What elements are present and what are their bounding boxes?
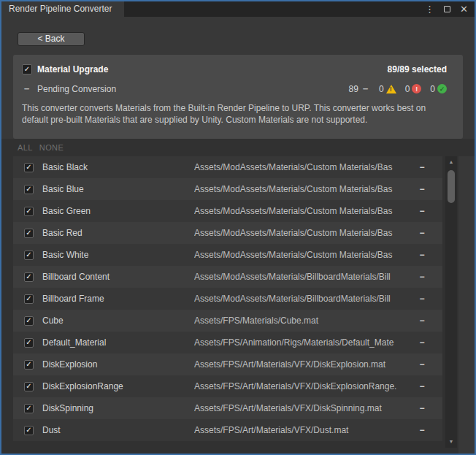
back-button[interactable]: < Back <box>18 32 85 46</box>
kebab-menu-icon[interactable]: ⋮ <box>425 4 434 14</box>
item-checkbox[interactable]: ✓ <box>24 316 34 326</box>
item-name: Basic Blue <box>42 184 194 194</box>
item-status-dash-icon: − <box>418 294 426 304</box>
select-none-button[interactable]: NONE <box>39 143 64 152</box>
list-item[interactable]: ✓ Cube Assets/FPS/Materials/Cube.mat − <box>13 310 442 332</box>
item-checkbox[interactable]: ✓ <box>24 382 34 391</box>
item-name: DiskSpinning <box>42 403 194 413</box>
item-name: Basic Black <box>42 162 194 172</box>
success-icon: ✓ <box>437 84 447 93</box>
item-checkbox[interactable]: ✓ <box>24 185 34 194</box>
item-checkbox[interactable]: ✓ <box>24 294 34 304</box>
item-name: Basic White <box>42 250 194 260</box>
item-status-dash-icon: − <box>418 381 426 391</box>
item-status-dash-icon: − <box>418 228 426 238</box>
item-path: Assets/FPS/Art/Materials/VFX/DiskExplosi… <box>194 359 418 370</box>
close-icon[interactable]: ✕ <box>460 4 468 14</box>
item-status-dash-icon: − <box>418 162 426 172</box>
window-title: Render Pipeline Converter <box>9 4 112 14</box>
render-pipeline-converter-window: Render Pipeline Converter ⋮ ✕ < Back ✓ M… <box>0 0 476 455</box>
item-status-dash-icon: − <box>418 272 426 282</box>
item-checkbox[interactable]: ✓ <box>24 229 34 238</box>
item-checkbox[interactable]: ✓ <box>24 426 34 435</box>
pending-count: 89 <box>349 84 358 94</box>
error-count: 0 <box>405 84 410 94</box>
item-name: Cube <box>42 316 194 326</box>
item-path: Assets/FPS/Art/Materials/VFX/DiskSpinnin… <box>194 403 418 413</box>
list-item[interactable]: ✓ Basic Red Assets/ModAssets/Materials/C… <box>13 222 442 244</box>
item-status-dash-icon: − <box>418 206 426 216</box>
item-path: Assets/ModAssets/Materials/Custom Materi… <box>194 184 418 194</box>
item-checkbox[interactable]: ✓ <box>24 272 34 282</box>
selected-count: 89/89 selected <box>388 64 447 74</box>
list-item[interactable]: ✓ Basic Green Assets/ModAssets/Materials… <box>13 200 442 222</box>
toolbar: < Back <box>1 17 475 55</box>
item-path: Assets/ModAssets/Materials/Custom Materi… <box>194 206 418 216</box>
item-path: Assets/ModAssets/Materials/Custom Materi… <box>194 162 418 172</box>
select-bar: ALL NONE <box>1 139 475 156</box>
item-name: DiskExplosionRange <box>42 381 194 391</box>
pending-conversion-row: − Pending Conversion 89 − 0 0 ! 0 ✓ <box>22 83 447 94</box>
pending-minus-icon: − <box>22 83 31 94</box>
conversion-list: ✓ Basic Black Assets/ModAssets/Materials… <box>13 156 442 441</box>
tab-render-pipeline-converter[interactable]: Render Pipeline Converter <box>1 1 124 17</box>
list-area: ✓ Basic Black Assets/ModAssets/Materials… <box>1 156 475 454</box>
item-status-dash-icon: − <box>418 359 426 370</box>
list-item[interactable]: ✓ DiskExplosionRange Assets/FPS/Art/Mate… <box>13 375 442 397</box>
item-path: Assets/ModAssets/Materials/Custom Materi… <box>194 250 418 260</box>
pending-state-minus-icon: − <box>361 83 370 94</box>
converter-checkbox[interactable]: ✓ <box>22 64 32 74</box>
item-name: DiskExplosion <box>42 359 194 370</box>
converter-title: Material Upgrade <box>37 64 108 74</box>
item-checkbox[interactable]: ✓ <box>24 338 34 348</box>
item-status-dash-icon: − <box>418 425 426 435</box>
pending-label: Pending Conversion <box>37 84 116 94</box>
list-item[interactable]: ✓ Billboard Content Assets/ModAssets/Mat… <box>13 266 442 288</box>
item-path: Assets/FPS/Art/Materials/VFX/Dust.mat <box>194 425 418 435</box>
item-name: Default_Material <box>42 337 194 348</box>
item-name: Basic Green <box>42 206 194 216</box>
list-item[interactable]: ✓ DiskSpinning Assets/FPS/Art/Materials/… <box>13 397 442 419</box>
item-status-dash-icon: − <box>418 184 426 194</box>
window-controls: ⋮ ✕ <box>425 1 468 17</box>
item-checkbox[interactable]: ✓ <box>24 251 34 260</box>
item-checkbox[interactable]: ✓ <box>24 207 34 216</box>
item-name: Basic Red <box>42 228 194 238</box>
list-item[interactable]: ✓ Dust Assets/FPS/Art/Materials/VFX/Dust… <box>13 419 442 441</box>
success-count: 0 <box>430 84 435 94</box>
status-counts: 89 − 0 0 ! 0 ✓ <box>349 83 447 94</box>
item-path: Assets/ModAssets/Materials/BillboardMate… <box>194 294 418 304</box>
item-status-dash-icon: − <box>418 337 426 348</box>
item-name: Dust <box>42 425 194 435</box>
scrollbar[interactable]: ▲ ▼ <box>445 156 457 448</box>
item-status-dash-icon: − <box>418 316 426 326</box>
item-name: Billboard Frame <box>42 294 194 304</box>
warning-count: 0 <box>379 84 384 94</box>
converter-header: ✓ Material Upgrade 89/89 selected <box>22 64 447 74</box>
item-checkbox[interactable]: ✓ <box>24 360 34 370</box>
item-path: Assets/ModAssets/Materials/BillboardMate… <box>194 272 418 282</box>
item-path: Assets/FPS/Materials/Cube.mat <box>194 316 418 326</box>
list-item[interactable]: ✓ Basic Blue Assets/ModAssets/Materials/… <box>13 178 442 200</box>
scroll-up-icon[interactable]: ▲ <box>445 158 457 166</box>
item-status-dash-icon: − <box>418 403 426 413</box>
select-all-button[interactable]: ALL <box>18 143 33 152</box>
converter-description: This converter converts Materials from t… <box>22 102 447 126</box>
item-path: Assets/FPS/Animation/Rigs/Materials/Defa… <box>194 337 418 348</box>
list-item[interactable]: ✓ Billboard Frame Assets/ModAssets/Mater… <box>13 288 442 310</box>
list-item[interactable]: ✓ Basic Black Assets/ModAssets/Materials… <box>13 156 442 178</box>
item-path: Assets/FPS/Art/Materials/VFX/DiskExplosi… <box>194 381 418 391</box>
scroll-down-icon[interactable]: ▼ <box>445 438 457 446</box>
list-item[interactable]: ✓ Default_Material Assets/FPS/Animation/… <box>13 332 442 353</box>
right-gutter <box>458 156 475 454</box>
item-checkbox[interactable]: ✓ <box>24 404 34 413</box>
error-icon: ! <box>412 84 421 93</box>
scroll-thumb[interactable] <box>448 170 455 203</box>
list-item[interactable]: ✓ DiskExplosion Assets/FPS/Art/Materials… <box>13 353 442 375</box>
warning-icon <box>386 85 396 93</box>
content-lower: ALL NONE ✓ Basic Black Assets/ModAssets/… <box>1 139 475 454</box>
maximize-icon[interactable] <box>444 4 450 14</box>
item-checkbox[interactable]: ✓ <box>24 163 34 172</box>
list-item[interactable]: ✓ Basic White Assets/ModAssets/Materials… <box>13 244 442 266</box>
item-name: Billboard Content <box>42 272 194 282</box>
